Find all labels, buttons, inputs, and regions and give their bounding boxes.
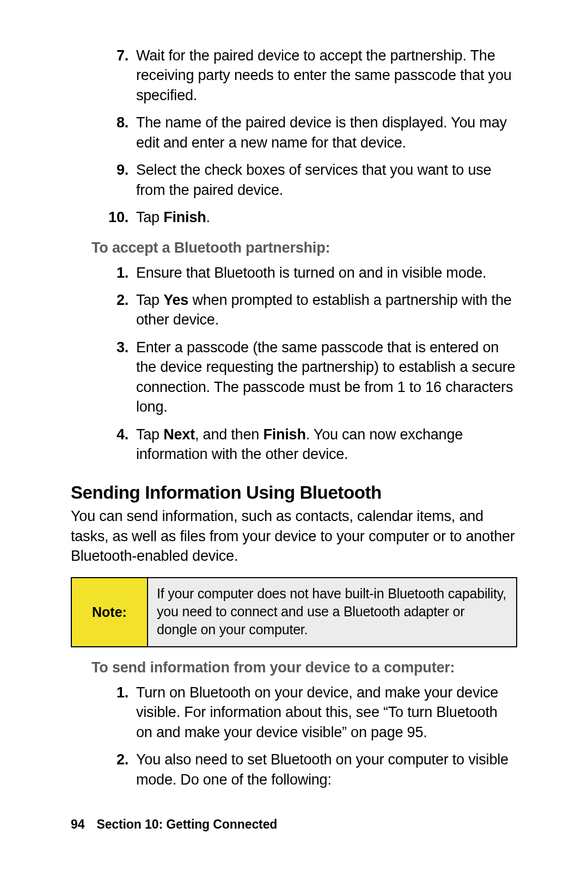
bold-run: Finish [163, 209, 206, 225]
item-number: 3. [103, 338, 136, 417]
item-number: 1. [103, 263, 136, 283]
item-number: 2. [103, 290, 136, 330]
item-text: The name of the paired device is then di… [136, 113, 517, 152]
text-run: , and then [195, 426, 263, 443]
item-number: 4. [103, 425, 136, 464]
list-item: 9. Select the check boxes of services th… [103, 160, 517, 200]
bold-run: Next [163, 426, 195, 443]
body-paragraph: You can send information, such as contac… [71, 506, 517, 566]
text-run: . [206, 209, 210, 225]
page-number: 94 [71, 817, 84, 831]
item-text: You also need to set Bluetooth on your c… [136, 750, 517, 789]
list-item: 7. Wait for the paired device to accept … [103, 46, 517, 105]
item-number: 8. [103, 113, 136, 152]
item-number: 7. [103, 46, 136, 105]
item-text: Select the check boxes of services that … [136, 160, 517, 200]
note-label: Note: [72, 578, 148, 646]
page-footer: 94Section 10: Getting Connected [71, 817, 277, 832]
bold-run: Yes [163, 292, 188, 308]
item-text: Ensure that Bluetooth is turned on and i… [136, 263, 517, 283]
item-text: Enter a passcode (the same passcode that… [136, 338, 517, 417]
ordered-list-continued: 7. Wait for the paired device to accept … [71, 46, 517, 228]
list-item: 1. Turn on Bluetooth on your device, and… [103, 683, 517, 742]
list-item: 4. Tap Next, and then Finish. You can no… [103, 425, 517, 464]
item-text: Turn on Bluetooth on your device, and ma… [136, 683, 517, 742]
bold-run: Finish [263, 426, 305, 443]
text-run: Tap [136, 292, 163, 308]
item-number: 1. [103, 683, 136, 742]
procedure-subhead: To accept a Bluetooth partnership: [71, 240, 517, 256]
item-number: 9. [103, 160, 136, 200]
item-number: 10. [103, 207, 136, 227]
item-text: Wait for the paired device to accept the… [136, 46, 517, 105]
section-title: Section 10: Getting Connected [96, 817, 277, 831]
manual-page: 7. Wait for the paired device to accept … [0, 0, 588, 870]
item-text: Tap Next, and then Finish. You can now e… [136, 425, 517, 464]
ordered-list-send: 1. Turn on Bluetooth on your device, and… [71, 683, 517, 789]
list-item: 8. The name of the paired device is then… [103, 113, 517, 152]
list-item: 10. Tap Finish. [103, 207, 517, 227]
item-text: Tap Finish. [136, 207, 517, 227]
list-item: 2. Tap Yes when prompted to establish a … [103, 290, 517, 330]
item-number: 2. [103, 750, 136, 789]
note-box: Note: If your computer does not have bui… [71, 577, 517, 647]
text-run: Tap [136, 209, 163, 225]
item-text: Tap Yes when prompted to establish a par… [136, 290, 517, 330]
note-body: If your computer does not have built-in … [148, 578, 516, 646]
list-item: 1. Ensure that Bluetooth is turned on an… [103, 263, 517, 283]
section-heading: Sending Information Using Bluetooth [71, 482, 517, 503]
ordered-list-accept: 1. Ensure that Bluetooth is turned on an… [71, 263, 517, 464]
text-run: when prompted to establish a partnership… [136, 292, 512, 328]
list-item: 2. You also need to set Bluetooth on you… [103, 750, 517, 789]
text-run: Tap [136, 426, 163, 443]
procedure-subhead: To send information from your device to … [71, 659, 517, 676]
list-item: 3. Enter a passcode (the same passcode t… [103, 338, 517, 417]
